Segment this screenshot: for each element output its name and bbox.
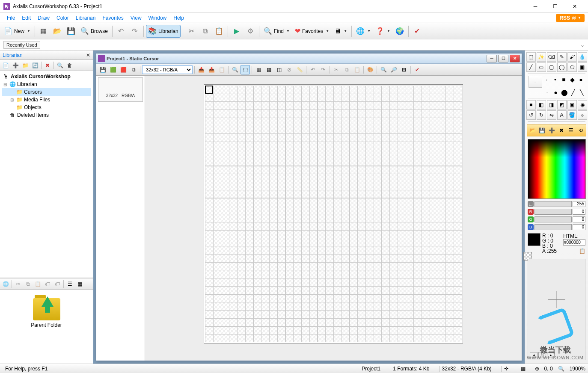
filter-tool[interactable]: ⟐: [578, 110, 587, 120]
frame-thumbnail[interactable]: 32x32 - RGB/A: [98, 77, 143, 102]
lib-trash-button[interactable]: 🗑: [65, 61, 74, 70]
doc-zoom-region-button[interactable]: ⊞: [399, 65, 409, 74]
paste-button[interactable]: 📋: [213, 25, 226, 38]
open-folder-button[interactable]: 📂: [51, 25, 64, 38]
doc-select-all-button[interactable]: ⬚: [241, 65, 250, 74]
librarian-toggle-button[interactable]: 📚 Librarian: [146, 25, 181, 38]
fill-outline[interactable]: ▣: [567, 100, 577, 110]
brush-1px[interactable]: ·: [543, 76, 551, 83]
tree-objects[interactable]: 📁 Objects: [2, 104, 91, 111]
canvas-area[interactable]: [145, 76, 522, 361]
doc-save-button[interactable]: 💾: [98, 65, 107, 74]
doc-ruler-button[interactable]: 📏: [295, 65, 304, 74]
palette-sort[interactable]: ☰: [567, 126, 576, 135]
tool-rect[interactable]: ▭: [537, 62, 546, 72]
doc-check-button[interactable]: ✔: [413, 65, 422, 74]
lib-delete-button[interactable]: ✖: [43, 61, 52, 70]
doc-add-format-button[interactable]: 🟩: [108, 65, 118, 74]
browse-button[interactable]: 🔍 Browse: [78, 25, 110, 38]
doc-grid-button[interactable]: ▦: [254, 65, 263, 74]
doc-export-button[interactable]: 📤: [207, 65, 216, 74]
monitor-button[interactable]: 🖥▼: [332, 25, 349, 38]
browser-tag1-button[interactable]: 🏷: [43, 279, 52, 289]
shape-5[interactable]: ╲: [578, 89, 585, 96]
update-button[interactable]: 🌍: [393, 25, 406, 38]
doc-copy-button[interactable]: ⧉: [342, 65, 351, 74]
tool-brush[interactable]: 🖌: [567, 52, 577, 62]
doc-redo-button[interactable]: ↷: [318, 65, 328, 74]
opacity-track[interactable]: [535, 201, 572, 207]
librarian-browser-content[interactable]: Parent Folder: [0, 290, 93, 364]
browser-list-button[interactable]: ☰: [65, 279, 74, 289]
lib-refresh-button[interactable]: 🔄: [30, 61, 40, 70]
palette-remove[interactable]: ✖: [557, 126, 566, 135]
menu-edit[interactable]: Edit: [18, 14, 34, 22]
doc-remove-format-button[interactable]: 🟥: [119, 65, 128, 74]
redo-button[interactable]: ↷: [128, 25, 141, 38]
menu-file[interactable]: File: [3, 14, 18, 22]
menu-view[interactable]: View: [127, 14, 145, 22]
tool-pencil[interactable]: ✎: [557, 52, 567, 62]
brush-3px[interactable]: ■: [560, 76, 568, 83]
fill-gradient-h[interactable]: ◨: [547, 100, 556, 110]
menu-help[interactable]: Help: [170, 14, 187, 22]
lib-search-button[interactable]: 🔍: [55, 61, 65, 70]
brush-5px[interactable]: ●: [577, 76, 585, 83]
librarian-tree[interactable]: 🖱 Axialis CursorWorkshop ⊟ 🌐 Librarian 📁…: [0, 71, 93, 278]
run-button[interactable]: ▶: [230, 25, 243, 38]
maximize-button[interactable]: ☐: [545, 0, 565, 13]
fill-bucket[interactable]: 🪣: [567, 110, 577, 120]
doc-invert-button[interactable]: ⊘: [285, 65, 294, 74]
doc-zoom-fit-button[interactable]: 🔍: [230, 65, 240, 74]
rss-badge[interactable]: RSS ≋ ▼: [556, 14, 585, 22]
size-select[interactable]: 32x32 - RGB/A: [142, 65, 193, 74]
pixel-canvas[interactable]: [205, 86, 462, 342]
doc-minimize-button[interactable]: ─: [487, 55, 497, 62]
pan-right-button[interactable]: ▸: [547, 352, 555, 358]
fill-solid[interactable]: ■: [526, 100, 536, 110]
green-value[interactable]: 0: [573, 216, 585, 222]
shape-1[interactable]: ·: [543, 89, 551, 96]
tool-eraser[interactable]: ⌫: [547, 52, 556, 62]
browser-back-button[interactable]: 🌐: [1, 279, 10, 289]
document-titlebar[interactable]: Project1 - Static Cursor ─ ☐ ✕: [96, 53, 522, 64]
menu-color[interactable]: Color: [53, 14, 72, 22]
settings-button[interactable]: ⚙: [244, 25, 257, 38]
doc-palette-button[interactable]: 🎨: [365, 65, 375, 74]
doc-duplicate-button[interactable]: ⧉: [129, 65, 138, 74]
menu-librarian[interactable]: Librarian: [72, 14, 99, 22]
red-track[interactable]: [535, 209, 572, 215]
favorites-button[interactable]: ❤ Favorites ▼: [293, 25, 331, 38]
lib-folder-button[interactable]: 📁: [21, 61, 30, 70]
pan-center-button[interactable]: ⊙: [538, 352, 546, 358]
doc-clip-paste-button[interactable]: 📋: [352, 65, 362, 74]
browser-copy-button[interactable]: ⧉: [23, 279, 33, 289]
opacity-slider[interactable]: ⬚ 255: [528, 201, 585, 207]
web-button[interactable]: 🌐▼: [354, 25, 373, 38]
browser-tag2-button[interactable]: 🏷: [53, 279, 62, 289]
blue-value[interactable]: 0: [573, 224, 585, 230]
brush-2px[interactable]: •: [552, 76, 559, 83]
doc-layers-button[interactable]: ◫: [274, 65, 284, 74]
doc-zoom-in-button[interactable]: 🔍: [379, 65, 388, 74]
blue-slider[interactable]: B 0: [528, 224, 585, 230]
minimize-button[interactable]: ─: [526, 0, 545, 13]
doc-import-button[interactable]: 📥: [196, 65, 206, 74]
shape-4[interactable]: ╱: [569, 89, 577, 96]
undo-button[interactable]: ↶: [115, 25, 128, 38]
menu-window[interactable]: Window: [145, 14, 170, 22]
copy-button[interactable]: ⧉: [199, 25, 212, 38]
opacity-value[interactable]: 255: [573, 201, 585, 207]
flip-h[interactable]: ⇋: [547, 110, 556, 120]
doc-maximize-button[interactable]: ☐: [498, 55, 508, 62]
find-button[interactable]: 🔍 Find ▼: [261, 25, 292, 38]
check-button[interactable]: ✔: [411, 25, 424, 38]
tool-line[interactable]: ╱: [526, 62, 536, 72]
doc-transparency-button[interactable]: ▩: [264, 65, 273, 74]
html-color-input[interactable]: [563, 239, 585, 246]
doc-paste-button[interactable]: 📋: [217, 65, 226, 74]
tool-select[interactable]: ⬚: [526, 52, 536, 62]
doc-undo-button[interactable]: ↶: [308, 65, 318, 74]
fill-gradient-d[interactable]: ◩: [557, 100, 567, 110]
menu-draw[interactable]: Draw: [34, 14, 53, 22]
